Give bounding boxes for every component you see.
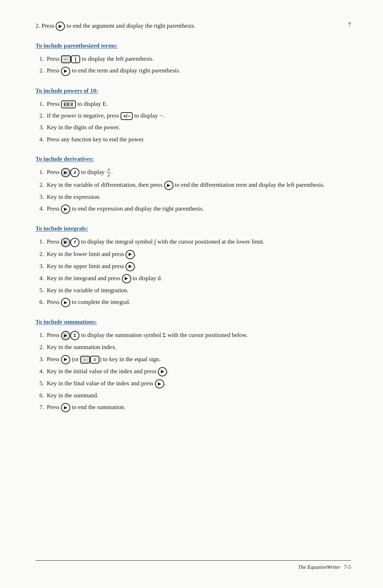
sigma-key: Σ	[70, 331, 79, 340]
integral-key: f	[70, 238, 79, 247]
right-arrow-key-3: ►	[164, 181, 173, 190]
section-heading-parenthesized: To include parenthesized terms:	[35, 42, 351, 49]
list-item: Press ►f to display the integral symbol …	[45, 237, 351, 247]
plus-minus-key: +/−	[121, 112, 133, 120]
list-integrals: Press ►f to display the integral symbol …	[45, 237, 351, 307]
list-item: If the power is negative, press +/− to d…	[45, 111, 351, 120]
right-arrow-key-6: ►	[126, 262, 135, 271]
page-number: 7	[348, 21, 351, 28]
open-paren-key: (	[71, 55, 80, 63]
section-heading-integrals: To include integrals:	[35, 225, 351, 232]
list-parenthesized: Press ←( to display the left parenthesis…	[45, 54, 351, 76]
list-item: Key in the initial value of the index an…	[45, 367, 351, 376]
list-item: Press ► to end the summation.	[45, 403, 351, 412]
list-summations: Press ►Σ to display the summation symbol…	[45, 331, 351, 412]
list-item: Key in the variable of differentiation, …	[45, 180, 351, 190]
list-item: Press any function key to end the power.	[45, 135, 351, 144]
right-arrow-key-4: ►	[61, 205, 70, 214]
list-item: Press ►∂ to display ∂ ∂ .	[45, 168, 351, 178]
list-item: Press ► (or ←= ) to key in the equal sig…	[45, 355, 351, 364]
footer-label: The EquationWriter	[298, 564, 340, 570]
key-group-left-paren: ←(	[61, 55, 80, 63]
right-arrow-shifted-3: ►	[61, 331, 70, 340]
list-item: Key in the expression.	[45, 192, 351, 202]
list-item: Press EEX to display E.	[45, 99, 351, 109]
list-powers: Press EEX to display E. If the power is …	[45, 99, 351, 144]
right-arrow-shifted-2: ►	[61, 238, 70, 247]
partial-frac: ∂ ∂	[107, 168, 110, 178]
list-derivatives: Press ►∂ to display ∂ ∂ . Key in the var…	[45, 168, 351, 214]
d-key: ∂	[70, 168, 79, 177]
key-group-deriv: ►∂	[61, 168, 79, 177]
right-arrow-key-12: ►	[61, 403, 70, 412]
right-arrow-key-9: ►	[61, 355, 70, 364]
key-group-sum: ►Σ	[61, 331, 79, 340]
list-item: Key in the integrand and press ► to disp…	[45, 274, 351, 283]
right-arrow-key-2: ►	[61, 67, 70, 76]
right-arrow-key-11: ►	[155, 379, 164, 388]
section-heading-summations: To include summations:	[35, 318, 351, 326]
shift-key-2: ←	[80, 356, 90, 364]
list-item: Press ►Σ to display the summation symbol…	[45, 331, 351, 340]
list-item: Key in the summation index.	[45, 343, 351, 352]
footer-page-number: 7-5	[344, 564, 351, 570]
right-arrow-shifted: ►	[61, 168, 70, 177]
right-arrow-key-10: ►	[158, 367, 167, 376]
equal-key: =	[90, 356, 99, 364]
list-item: Key in the upper limit and press ►.	[45, 262, 351, 271]
list-item: Press ► to end the term and display righ…	[45, 66, 351, 76]
section-heading-powers: To include powers of 10:	[35, 87, 351, 94]
list-item: Press ←( to display the left parenthesis…	[45, 54, 351, 64]
right-arrow-key-5: ►	[126, 250, 135, 259]
list-item: Key in the variable of integration.	[45, 286, 351, 295]
eex-key: EEX	[61, 100, 76, 108]
right-arrow-key-7: ►	[122, 274, 131, 283]
section-heading-derivatives: To include derivatives:	[35, 156, 351, 163]
list-item: Key in the summand.	[45, 391, 351, 400]
list-item: Key in the final value of the index and …	[45, 379, 351, 388]
footer: The EquationWriter 7-5	[35, 560, 351, 570]
right-arrow-key: ►	[56, 22, 65, 31]
intro-line: 2. Press ► to end the argument and displ…	[35, 21, 351, 31]
list-item: Key in the lower limit and press ►.	[45, 250, 351, 259]
list-item: Press ► to complete the integral.	[45, 298, 351, 307]
list-item: Key in the digits of the power.	[45, 123, 351, 132]
shift-key: ←	[61, 55, 71, 63]
right-arrow-key-8: ►	[61, 298, 70, 307]
list-item: Press ► to end the expression and displa…	[45, 204, 351, 214]
key-group-integral: ►f	[61, 238, 79, 247]
page: 7 2. Press ► to end the argument and dis…	[0, 0, 383, 588]
key-group-equal: ←=	[80, 356, 99, 364]
